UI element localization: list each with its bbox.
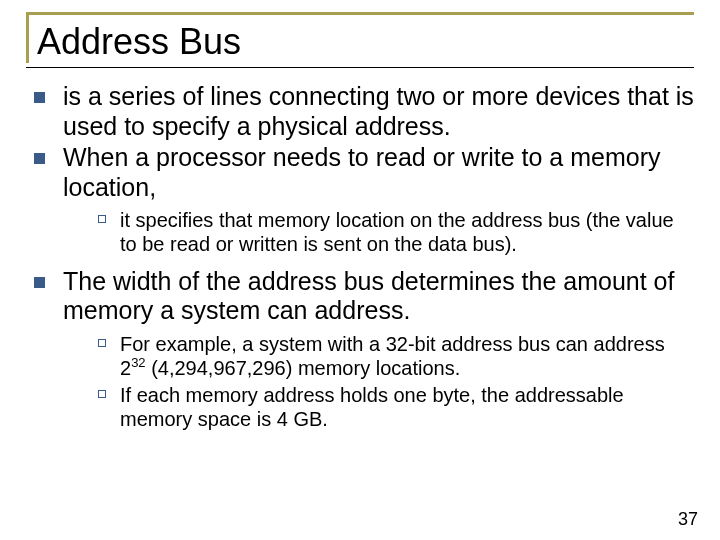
bullet-level2: If each memory address holds one byte, t… — [98, 383, 694, 432]
bullet-text: When a processor needs to read or write … — [63, 143, 694, 202]
hollow-square-bullet-icon — [98, 339, 106, 347]
bullet-level2: it specifies that memory location on the… — [98, 208, 694, 257]
bullet-level1: is a series of lines connecting two or m… — [34, 82, 694, 141]
bullet-level1: The width of the address bus determines … — [34, 267, 694, 326]
bullet-text: it specifies that memory location on the… — [120, 208, 694, 257]
superscript: 32 — [131, 356, 145, 371]
bullet-text: For example, a system with a 32-bit addr… — [120, 332, 694, 381]
page-number: 37 — [678, 509, 698, 530]
text-fragment: (4,294,967,296) memory locations. — [146, 357, 461, 379]
hollow-square-bullet-icon — [98, 390, 106, 398]
slide-title: Address Bus — [37, 21, 694, 63]
bullet-level2: For example, a system with a 32-bit addr… — [98, 332, 694, 381]
title-divider — [26, 67, 694, 68]
slide: Address Bus is a series of lines connect… — [0, 0, 720, 431]
title-corner-frame: Address Bus — [26, 12, 694, 63]
square-bullet-icon — [34, 153, 45, 164]
square-bullet-icon — [34, 92, 45, 103]
sub-bullet-group: it specifies that memory location on the… — [34, 208, 694, 257]
bullet-text: The width of the address bus determines … — [63, 267, 694, 326]
bullet-text: is a series of lines connecting two or m… — [63, 82, 694, 141]
square-bullet-icon — [34, 277, 45, 288]
slide-content: is a series of lines connecting two or m… — [26, 82, 694, 431]
hollow-square-bullet-icon — [98, 215, 106, 223]
bullet-text: If each memory address holds one byte, t… — [120, 383, 694, 432]
bullet-level1: When a processor needs to read or write … — [34, 143, 694, 202]
sub-bullet-group: For example, a system with a 32-bit addr… — [34, 332, 694, 432]
